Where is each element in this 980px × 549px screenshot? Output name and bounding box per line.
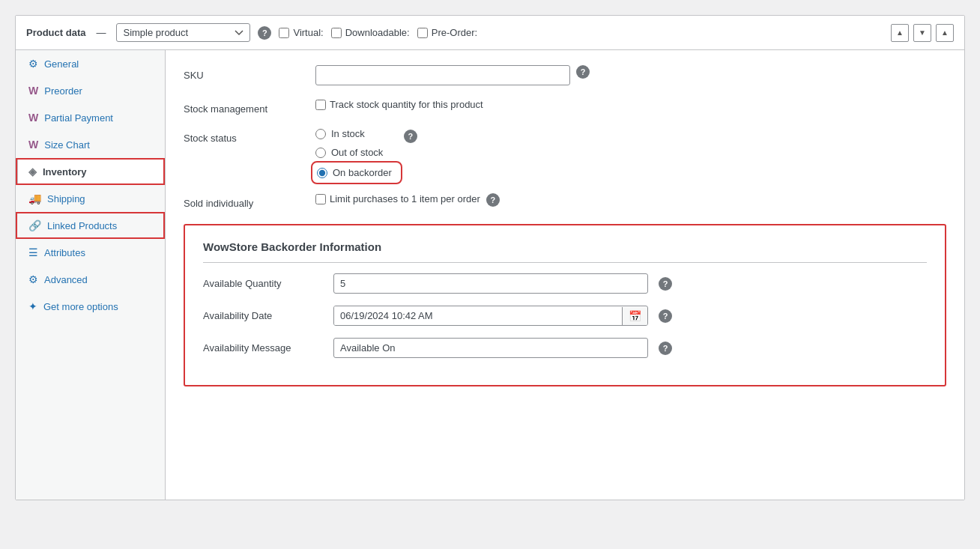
availability-date-input[interactable] — [334, 306, 622, 325]
sidebar-item-shipping[interactable]: 🚚 Shipping — [16, 185, 165, 212]
sku-input[interactable] — [315, 65, 570, 85]
instock-radio[interactable] — [315, 129, 326, 139]
sidebar-item-linked-products[interactable]: 🔗 Linked Products — [16, 212, 165, 239]
sidebar-item-preorder[interactable]: W Preorder — [16, 77, 165, 104]
sku-row: SKU ? — [184, 65, 946, 85]
stock-status-radio-group: In stock Out of stock On backorder — [315, 128, 398, 180]
sidebar-item-label-advanced: Advanced — [44, 274, 88, 285]
preorder-checkbox[interactable] — [417, 28, 428, 38]
outofstock-radio[interactable] — [315, 148, 326, 158]
product-data-panel: Product data — Simple productVariable pr… — [15, 15, 965, 500]
calendar-icon[interactable]: 📅 — [622, 307, 647, 325]
downloadable-checkbox-label[interactable]: Downloadable: — [331, 27, 410, 38]
product-data-header: Product data — Simple productVariable pr… — [16, 16, 964, 50]
availability-date-row: Availability Date 📅 ? — [203, 306, 927, 326]
sidebar-item-label-attributes: Attributes — [44, 247, 85, 258]
advanced-icon: ⚙ — [28, 273, 38, 285]
content-area: SKU ? Stock management Track stock quant… — [166, 50, 964, 500]
outofstock-text: Out of stock — [331, 147, 383, 158]
get-more-options-icon: ✦ — [28, 300, 37, 312]
sidebar-item-get-more-options[interactable]: ✦ Get more options — [16, 293, 165, 320]
sold-individually-field: Limit purchases to 1 item per order ? — [315, 193, 946, 207]
collapse-up-button[interactable]: ▲ — [891, 24, 909, 42]
sidebar-item-label-general: General — [44, 58, 79, 70]
onbackorder-label[interactable]: On backorder — [315, 166, 398, 180]
onbackorder-text: On backorder — [333, 167, 392, 178]
limit-purchases-checkbox[interactable] — [315, 194, 326, 204]
sidebar-item-label-linked-products: Linked Products — [47, 220, 117, 231]
size-chart-icon: W — [28, 139, 38, 151]
sidebar-item-size-chart[interactable]: W Size Chart — [16, 131, 165, 158]
sidebar: ⚙ General W Preorder W Partial Payment W… — [16, 50, 166, 500]
sold-individually-label: Sold individually — [184, 193, 303, 209]
availability-message-label: Availability Message — [203, 342, 323, 354]
shipping-icon: 🚚 — [28, 192, 41, 204]
sidebar-item-advanced[interactable]: ⚙ Advanced — [16, 266, 165, 293]
track-stock-label[interactable]: Track stock quantity for this product — [315, 99, 483, 110]
sidebar-item-attributes[interactable]: ☰ Attributes — [16, 239, 165, 266]
backorder-box-title: WowStore Backorder Information — [203, 240, 927, 263]
stock-status-row: Stock status In stock Out of stock — [184, 128, 946, 180]
header-dash: — — [96, 27, 106, 38]
sidebar-item-label-preorder: Preorder — [44, 85, 82, 97]
product-type-help-icon[interactable]: ? — [258, 26, 271, 40]
attributes-icon: ☰ — [28, 246, 38, 258]
availability-date-help-icon[interactable]: ? — [659, 309, 672, 323]
downloadable-checkbox[interactable] — [331, 28, 342, 38]
instock-label[interactable]: In stock — [315, 128, 398, 139]
stock-status-field: In stock Out of stock On backorder ? — [315, 128, 946, 180]
limit-purchases-text: Limit purchases to 1 item per order — [330, 193, 480, 204]
stock-management-label: Stock management — [184, 99, 303, 115]
expand-button[interactable]: ▲ — [936, 24, 954, 42]
backorder-box: WowStore Backorder Information Available… — [184, 224, 946, 386]
availability-message-input[interactable] — [333, 338, 648, 358]
stock-status-label: Stock status — [184, 128, 303, 144]
sidebar-item-label-partial-payment: Partial Payment — [44, 112, 113, 124]
sku-label: SKU — [184, 65, 303, 81]
linked-products-icon: 🔗 — [28, 219, 41, 231]
sidebar-item-label-size-chart: Size Chart — [44, 139, 90, 151]
onbackorder-radio[interactable] — [317, 168, 327, 178]
partial-payment-icon: W — [28, 112, 38, 124]
stock-management-row: Stock management Track stock quantity fo… — [184, 99, 946, 115]
instock-text: In stock — [331, 128, 365, 139]
header-arrows: ▲ ▼ ▲ — [891, 24, 954, 42]
collapse-down-button[interactable]: ▼ — [913, 24, 931, 42]
stock-management-field: Track stock quantity for this product — [315, 99, 946, 110]
limit-purchases-help-icon[interactable]: ? — [486, 193, 500, 207]
sidebar-item-partial-payment[interactable]: W Partial Payment — [16, 104, 165, 131]
virtual-checkbox[interactable] — [279, 28, 289, 38]
sold-individually-row: Sold individually Limit purchases to 1 i… — [184, 193, 946, 209]
availability-message-help-icon[interactable]: ? — [659, 342, 672, 355]
product-data-label: Product data — [26, 27, 85, 38]
available-quantity-row: Available Quantity ? — [203, 273, 927, 294]
virtual-checkbox-label[interactable]: Virtual: — [279, 27, 323, 38]
track-stock-checkbox[interactable] — [315, 100, 326, 110]
sidebar-item-inventory[interactable]: ◈ Inventory — [16, 158, 165, 185]
availability-message-row: Availability Message ? — [203, 338, 927, 358]
available-quantity-help-icon[interactable]: ? — [659, 277, 672, 291]
stock-status-help-icon[interactable]: ? — [404, 130, 417, 143]
availability-date-wrapper: 📅 — [333, 306, 648, 326]
general-icon: ⚙ — [28, 58, 38, 70]
sidebar-item-general[interactable]: ⚙ General — [16, 50, 165, 77]
availability-date-label: Availability Date — [203, 310, 323, 321]
sidebar-item-label-inventory: Inventory — [43, 166, 87, 178]
sku-field: ? — [315, 65, 946, 85]
sku-help-icon[interactable]: ? — [576, 65, 590, 79]
product-data-body: ⚙ General W Preorder W Partial Payment W… — [16, 50, 964, 500]
sidebar-item-label-get-more-options: Get more options — [43, 301, 118, 312]
outofstock-label[interactable]: Out of stock — [315, 147, 398, 158]
track-stock-text: Track stock quantity for this product — [330, 99, 483, 110]
available-quantity-label: Available Quantity — [203, 278, 323, 289]
sidebar-item-label-shipping: Shipping — [47, 193, 85, 204]
available-quantity-input[interactable] — [333, 273, 648, 294]
preorder-checkbox-label[interactable]: Pre-Order: — [417, 27, 477, 38]
limit-purchases-label[interactable]: Limit purchases to 1 item per order — [315, 193, 480, 204]
product-type-select[interactable]: Simple productVariable productGrouped pr… — [116, 23, 250, 42]
preorder-icon: W — [28, 85, 38, 97]
inventory-icon: ◈ — [28, 166, 37, 178]
